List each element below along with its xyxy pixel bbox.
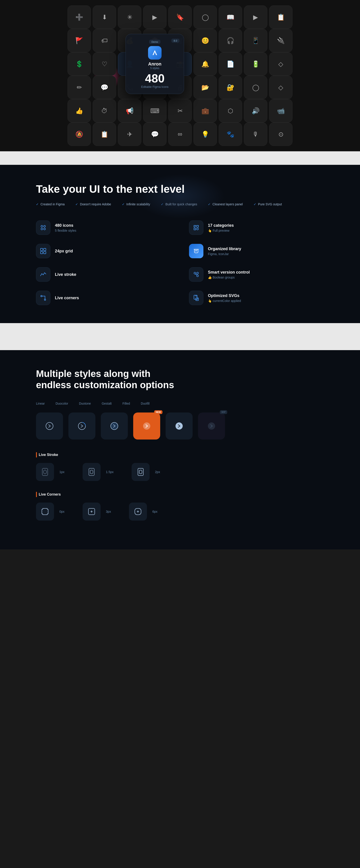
svg-rect-7 <box>44 251 46 254</box>
icon-cell: ✈ <box>118 123 141 146</box>
check-item-scalability: ✓ Infinite scalability <box>122 203 150 206</box>
features-checklist: ✓ Created in Figma ✓ Doesn't require Ado… <box>36 203 324 206</box>
icon-cell: 📱 <box>244 29 267 52</box>
style-preview-duotone <box>101 412 128 439</box>
icon-cell: 🔖 <box>168 5 192 29</box>
svg-point-0 <box>41 225 43 227</box>
live-stroke-label: Live Stroke <box>39 453 58 457</box>
stroke-size-2px: 2px <box>155 470 160 474</box>
icon-cell: ◇ <box>269 52 293 76</box>
check-label: Doesn't require Adobe <box>80 203 111 206</box>
svg-point-3 <box>44 228 45 230</box>
icon-row-1: ➕ ⬇ ✳ ▶ 🔖 ◯ 📖 ▶ 📋 <box>0 5 360 29</box>
live-stroke-section: Live Stroke 1px <box>36 452 324 481</box>
icon-cell: ✂ <box>168 99 192 123</box>
feature-icon-box-stroke <box>36 267 51 282</box>
features-grid: 480 icons 5 flexible styles 17 categorie… <box>36 220 324 305</box>
stroke-size-1px: 1px <box>59 470 65 474</box>
style-preview-gestalt: NEW <box>133 412 160 439</box>
icon-cell: 💡 <box>194 123 217 146</box>
stroke-item-15px: 1.5px <box>83 463 113 481</box>
check-item-quick: ✓ Built for quick changes <box>161 203 197 206</box>
icon-cell: 🏷 <box>93 29 116 52</box>
tab-duocolor[interactable]: Duocolor <box>50 402 73 405</box>
feature-icon-box-svgs <box>189 291 203 305</box>
tab-duotone[interactable]: Duotone <box>73 402 96 405</box>
style-preview-filled <box>166 412 193 439</box>
tab-linear[interactable]: Linear <box>36 402 50 405</box>
svg-point-8 <box>194 272 196 274</box>
new-badge: NEW <box>154 410 162 414</box>
icon-cell: 📹 <box>269 99 293 123</box>
svg-rect-4 <box>40 248 43 251</box>
styles-section: Multiple styles along withendless custom… <box>0 337 360 549</box>
feature-item-corners: Live corners <box>36 291 171 305</box>
feature-text-categories: 17 categories 👆Full preview <box>208 223 234 232</box>
feature-icon-box-grid <box>36 244 51 258</box>
feature-item-categories: 17 categories 👆Full preview <box>189 220 324 235</box>
feature-title-library: Organized library <box>208 247 241 251</box>
feature-item-svgs: Optimized SVGs 👆currentColor applied <box>189 291 324 305</box>
corner-size-0px: 0px <box>59 510 65 514</box>
check-item-svg: ✓ Pure SVG output <box>254 203 282 206</box>
svg-point-16 <box>143 423 150 430</box>
tab-gestalt[interactable]: Gestalt <box>96 402 117 405</box>
icon-cell: ✳ <box>118 5 141 29</box>
feature-text-library: Organized library Figma, IconJar <box>208 247 241 256</box>
tab-duofill[interactable]: Duofill <box>135 402 155 405</box>
check-icon: ✓ <box>208 203 210 206</box>
svg-point-2 <box>41 228 43 230</box>
corner-icon-3px <box>83 502 101 521</box>
feature-subtitle-icons: 5 flexible styles <box>55 229 76 232</box>
corner-item-0px: 0px <box>36 502 65 521</box>
icon-cell: 📋 <box>93 123 116 146</box>
corner-icon-6px <box>129 502 147 521</box>
feature-item-version: Smart version control 👍Boolean groups <box>189 267 324 282</box>
icon-cell-with-card: 📷 Demo 8.0 Anron 5 styles 480 Editable F… <box>143 52 166 76</box>
check-icon: ✓ <box>254 203 256 206</box>
feature-item-icons: 480 icons 5 flexible styles <box>36 220 171 235</box>
feature-title-categories: 17 categories <box>208 223 234 228</box>
icon-cell: 📂 <box>194 76 217 99</box>
icon-cell: ◯ <box>244 76 267 99</box>
app-card: Demo 8.0 Anron 5 styles 480 Editable Fig… <box>126 34 184 94</box>
stroke-icon-15px <box>83 463 101 481</box>
icon-cell: 📋 <box>269 5 293 29</box>
icon-cell: 💼 <box>194 99 217 123</box>
check-label: Infinite scalability <box>126 203 150 206</box>
app-icon <box>148 46 162 60</box>
feature-icon-box-corners <box>36 291 51 305</box>
style-tabs: Linear Duocolor Duotone Gestalt Filled D… <box>36 402 324 405</box>
svg-point-10 <box>197 272 198 274</box>
separator-2 <box>0 323 360 337</box>
icon-cell: 🐾 <box>219 123 242 146</box>
icon-cell: ◇ <box>269 76 293 99</box>
icon-cell: ⊙ <box>269 123 293 146</box>
stroke-icon-1px <box>36 463 54 481</box>
app-styles: 5 styles <box>133 67 176 70</box>
svg-point-1 <box>44 225 45 227</box>
live-corners-label: Live Corners <box>39 492 61 496</box>
icon-cell: 🎧 <box>219 29 242 52</box>
feature-subtitle-version: 👍Boolean groups <box>208 276 250 279</box>
icon-cell: 🔊 <box>244 99 267 123</box>
check-icon: ✓ <box>122 203 125 206</box>
feature-subtitle-library: Figma, IconJar <box>208 252 241 256</box>
corner-icon-0px <box>36 502 54 521</box>
style-preview-duofill: WIP <box>198 412 225 439</box>
icon-cell: ▶ <box>143 5 166 29</box>
icon-cell: 🚩 <box>67 29 91 52</box>
feature-icon-box-version <box>189 267 203 282</box>
icon-desc: Editable Figma Icons <box>133 85 176 89</box>
corners-row: 0px 3px 6p <box>36 502 324 521</box>
feature-title-grid: 24px grid <box>55 249 73 253</box>
stroke-icon-2px <box>132 463 150 481</box>
svg-point-9 <box>197 275 198 277</box>
features-section: Take your UI to the next level ✓ Created… <box>0 165 360 323</box>
feature-text-svgs: Optimized SVGs 👆currentColor applied <box>208 293 241 303</box>
icon-cell: 📢 <box>118 99 141 123</box>
tab-filled[interactable]: Filled <box>117 402 135 405</box>
feature-title-version: Smart version control <box>208 270 250 275</box>
icon-cell: ⏱ <box>93 99 116 123</box>
check-item-layers: ✓ Cleanest layers panel <box>208 203 243 206</box>
